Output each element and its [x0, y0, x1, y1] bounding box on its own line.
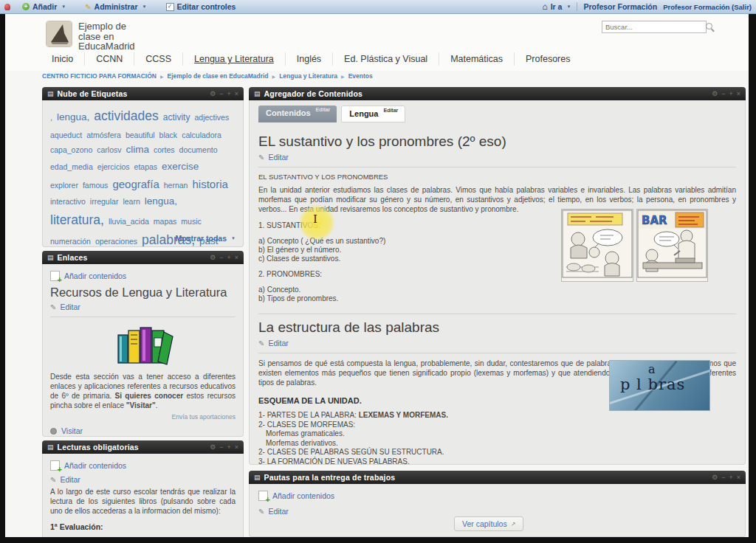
site-title[interactable]: Ejemplo de clase en EducaMadrid [78, 21, 135, 52]
tag-link-[interactable]: , [50, 112, 52, 123]
view-chapters-button[interactable]: Ver capítulos ↗ [454, 516, 523, 531]
tag-link-geograf-a[interactable]: geografía [112, 176, 159, 192]
tag-link-actividades[interactable]: actividades [94, 107, 159, 125]
minimize-icon[interactable]: − [219, 91, 223, 97]
tab-contenidos[interactable]: Contenidos Editar [258, 106, 337, 122]
tab-edit-link[interactable]: Editar [316, 107, 331, 112]
edit-link[interactable]: ✎ Editar [50, 475, 236, 484]
contributions-link[interactable]: Envía tus aportaciones [50, 413, 236, 421]
tag-link-clima[interactable]: clima [126, 143, 149, 157]
nav-item-ccnn[interactable]: CCNN [85, 52, 134, 66]
tag-link-mapas[interactable]: mapas [154, 216, 177, 227]
maximize-icon[interactable]: + [729, 91, 732, 97]
breadcrumb-separator-icon: ▶ [341, 74, 345, 79]
config-icon[interactable]: ⚙ [712, 474, 718, 481]
tag-link-irregular[interactable]: irregular [90, 196, 119, 207]
edit-link[interactable]: ✎ Editar [258, 153, 736, 162]
tag-link-numeraci-n[interactable]: numeración [50, 236, 91, 247]
search-input[interactable] [602, 21, 707, 33]
breadcrumb-item-ejemplo-de-clase-en-educamadrid[interactable]: Ejemplo de clase en EducaMadrid [168, 72, 269, 80]
tag-link-famous[interactable]: famous [83, 180, 108, 191]
tag-link-ejercicios[interactable]: ejercicios [97, 162, 130, 173]
nav-item-ccss[interactable]: CCSS [134, 52, 183, 66]
config-icon[interactable]: ⚙ [712, 91, 718, 97]
tag-link-lengua[interactable]: lengua, [57, 111, 89, 125]
tag-link-literatura[interactable]: literatura, [50, 211, 104, 229]
nav-item-inicio[interactable]: Inicio [41, 52, 85, 66]
tag-link-music[interactable]: music [181, 216, 201, 227]
sign-out-link[interactable]: Profesor Formación (Salir) [663, 3, 752, 11]
tag-link-operaciones[interactable]: operaciones [95, 236, 137, 247]
add-menu-button[interactable]: + Añadir ▼ [22, 2, 66, 11]
close-icon[interactable]: × [737, 91, 740, 97]
portlet-header: ▤ Agregador de Contenidos ⚙−+× [249, 87, 746, 100]
nav-item-profesores[interactable]: Profesores [515, 52, 581, 66]
edit-controls-checkbox[interactable]: ✓ [166, 3, 174, 11]
tag-link-capa-ozono[interactable]: capa_ozono [50, 145, 92, 156]
tag-link-carlosv[interactable]: carlosv [97, 145, 121, 156]
manage-menu-button[interactable]: ✎ Administrar ▼ [85, 2, 146, 11]
tag-link-cortes[interactable]: cortes [154, 145, 175, 156]
tag-link-atm-sfera[interactable]: atmósfera [86, 130, 121, 141]
nav-item-matem-ticas[interactable]: Matemáticas [439, 52, 515, 66]
site-logo[interactable] [46, 21, 72, 47]
tag-link-black[interactable]: black [159, 130, 178, 141]
user-name-link[interactable]: Profesor Formación [583, 2, 657, 11]
palabras-image: a p l bras [609, 360, 710, 411]
tag-link-activity[interactable]: activity [163, 111, 190, 124]
tab-lengua[interactable]: Lengua Editar [341, 106, 405, 122]
tag-link-interactivo[interactable]: interactivo [50, 196, 86, 207]
add-content-link[interactable]: Añadir contenidos [258, 491, 736, 501]
config-icon[interactable]: ⚙ [210, 91, 216, 97]
tag-link-explorer[interactable]: explorer [50, 180, 78, 191]
go-to-menu-button[interactable]: ⌂ Ir a ▼ [542, 1, 571, 12]
tag-link-historia[interactable]: historia [192, 176, 227, 192]
close-icon[interactable]: × [737, 474, 740, 481]
close-icon[interactable]: × [235, 91, 238, 97]
tag-link-hernan[interactable]: hernan [164, 180, 188, 191]
close-icon[interactable]: × [235, 255, 238, 261]
config-icon[interactable]: ⚙ [210, 444, 216, 451]
tag-link-documento[interactable]: documento [179, 145, 218, 156]
minimize-icon[interactable]: − [721, 91, 725, 97]
tag-link-beautiful[interactable]: beautiful [126, 130, 155, 141]
minimize-icon[interactable]: − [219, 255, 223, 261]
minimize-icon[interactable]: − [721, 474, 725, 481]
add-content-link[interactable]: Añadir contenidos [50, 271, 236, 281]
maximize-icon[interactable]: + [729, 474, 732, 481]
edit-link[interactable]: ✎ Editar [258, 507, 736, 516]
breadcrumb-item-lengua-y-literatura[interactable]: Lengua y Literatura [279, 72, 337, 80]
show-all-tags-link[interactable]: Mostrar todas ▼ [176, 234, 236, 243]
dockbar-pin-icon[interactable] [4, 4, 10, 10]
breadcrumb-item-eventos[interactable]: Eventos [348, 72, 373, 80]
tag-link-calculadora[interactable]: calculadora [182, 130, 221, 141]
breadcrumb-item-centro-ficticio-para-formaci-n[interactable]: CENTRO FICTICIO PARA FORMACIÓN [42, 72, 157, 80]
maximize-icon[interactable]: + [227, 91, 230, 97]
tag-link-learn[interactable]: learn [123, 196, 140, 207]
minimize-icon[interactable]: − [219, 444, 223, 451]
main-nav: InicioCCNNCCSSLengua y LiteraturaInglésE… [41, 52, 581, 66]
tag-link-adjectives[interactable]: adjectives [194, 112, 229, 123]
tag-link-aqueduct[interactable]: aqueduct [50, 130, 82, 141]
edit-link[interactable]: ✎ Editar [50, 302, 236, 311]
tag-link-exercise[interactable]: exercise [162, 160, 199, 174]
tag-link-etapas[interactable]: etapas [134, 162, 158, 173]
edit-controls-toggle[interactable]: ✓ Editar controles [166, 2, 236, 11]
tag-cloud-body: ,lengua,actividadesactivityadjectivesaqu… [42, 100, 244, 247]
maximize-icon[interactable]: + [227, 255, 230, 261]
tag-link-edad-media[interactable]: edad_media [50, 162, 93, 173]
maximize-icon[interactable]: + [227, 444, 230, 451]
readings-body: Añadir contenidos ✎ Editar A lo largo de… [42, 454, 244, 543]
nav-item-ingl-s[interactable]: Inglés [286, 52, 333, 66]
visit-link[interactable]: Visitar [50, 426, 236, 435]
close-icon[interactable]: × [235, 444, 238, 451]
tab-edit-link[interactable]: Editar [383, 108, 398, 113]
tag-link-lengua[interactable]: lengua, [145, 195, 177, 209]
nav-item-ed-pl-stica-y-visual[interactable]: Ed. Plástica y Visual [333, 52, 439, 66]
add-content-link[interactable]: Añadir contenidos [50, 460, 236, 471]
tag-link-lluvia-acida[interactable]: lluvia_acida [109, 216, 149, 227]
config-icon[interactable]: ⚙ [210, 255, 216, 261]
search-icon[interactable] [706, 23, 712, 30]
nav-item-lengua-y-literatura[interactable]: Lengua y Literatura [183, 52, 286, 66]
edit-link[interactable]: ✎ Editar [258, 339, 736, 347]
